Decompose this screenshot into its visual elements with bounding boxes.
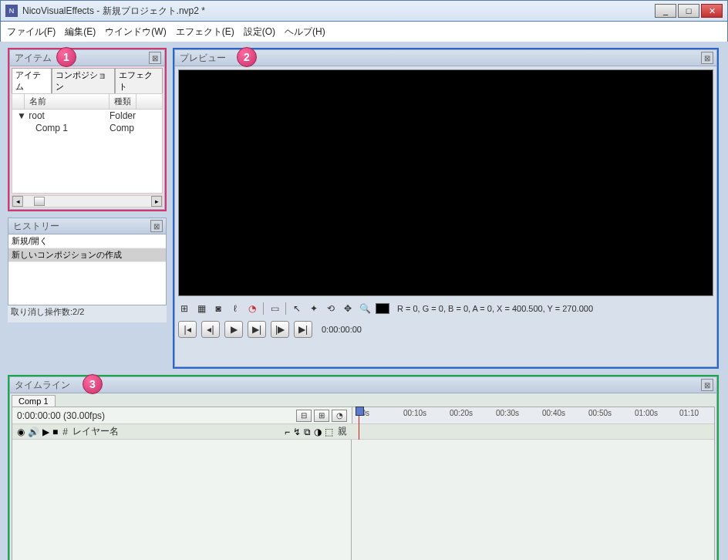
play-range-button[interactable]: ▶| xyxy=(248,321,266,338)
zoom-icon[interactable]: 🔍 xyxy=(359,302,371,315)
lock-icon[interactable]: ■ xyxy=(52,427,58,437)
mask-icon[interactable]: ℓ xyxy=(229,302,241,315)
menu-settings[interactable]: 設定(O) xyxy=(244,25,275,39)
col-layer: レイヤー名 xyxy=(72,425,119,438)
items-tree[interactable]: 名前 種類 ▼ root Folder Comp 1 Comp xyxy=(12,93,163,194)
col-type[interactable]: 種類 xyxy=(110,94,136,109)
motion-icon-1[interactable]: ⧉ xyxy=(304,427,311,437)
timeline-panel-label: タイムライン xyxy=(15,379,70,392)
tree-row[interactable]: ▼ root Folder xyxy=(12,110,162,122)
col-num: # xyxy=(62,427,68,437)
tab-items[interactable]: アイテム xyxy=(12,68,52,94)
fx-icon[interactable]: ↯ xyxy=(293,427,301,437)
badge-2: 2 xyxy=(237,47,257,67)
timeline-panel: タイムライン ⊠ 3 Comp 1 0:00:00:00 (30.00fps) … xyxy=(8,375,719,560)
timeline-panel-close[interactable]: ⊠ xyxy=(701,379,713,391)
timeline-tracks-right[interactable] xyxy=(352,440,714,560)
go-end-button[interactable]: ▶| xyxy=(294,321,312,338)
hand-icon[interactable]: ✦ xyxy=(308,302,320,315)
preview-status: R = 0, G = 0, B = 0, A = 0, X = 400.500,… xyxy=(397,304,593,313)
badge-1: 1 xyxy=(56,47,76,67)
tree-row[interactable]: Comp 1 Comp xyxy=(12,122,162,134)
history-item[interactable]: 新しいコンポジションの作成 xyxy=(8,248,166,262)
step-fwd-button[interactable]: |▶ xyxy=(271,321,289,338)
items-panel-close[interactable]: ⊠ xyxy=(149,52,161,64)
maximize-button[interactable]: □ xyxy=(678,4,699,18)
preview-timecode[interactable]: 0:00:00:00 xyxy=(322,325,362,334)
color-icon[interactable]: ◔ xyxy=(246,302,258,315)
preview-panel-title: プレビュー ⊠ 2 xyxy=(174,49,717,66)
menu-help[interactable]: ヘルプ(H) xyxy=(285,25,325,39)
menu-file[interactable]: ファイル(F) xyxy=(7,25,56,39)
preview-panel: プレビュー ⊠ 2 ⊞ ▦ ◙ ℓ ◔ ▭ ↖ ✦ ⟲ ✥ 🔍 R = 0, G xyxy=(173,48,719,369)
scroll-right-icon[interactable]: ▸ xyxy=(151,196,162,207)
move-icon[interactable]: ✥ xyxy=(342,302,354,315)
history-panel-title: ヒストリー ⊠ xyxy=(8,218,167,234)
items-panel: アイテム ⊠ 1 アイテム コンポジション エフェクト 名前 種類 ▼ root… xyxy=(8,48,167,211)
timeline-ruler[interactable]: 00s 00:10s 00:20s 00:30s 00:40s 00:50s 0… xyxy=(352,407,714,423)
snapshot-icon[interactable]: ◙ xyxy=(212,302,224,315)
menu-window[interactable]: ウインドウ(W) xyxy=(105,25,166,39)
3d-icon[interactable]: ⬚ xyxy=(325,427,333,437)
preview-viewport[interactable] xyxy=(178,69,713,296)
col-name[interactable]: 名前 xyxy=(25,94,110,109)
motion-icon-2[interactable]: ◑ xyxy=(314,427,322,437)
tl-opt1-button[interactable]: ⊟ xyxy=(296,410,312,422)
separator xyxy=(263,302,264,315)
play-button[interactable]: ▶ xyxy=(224,321,243,338)
col-parent: 親 xyxy=(338,425,347,438)
scroll-left-icon[interactable]: ◂ xyxy=(12,196,23,207)
minimize-button[interactable]: _ xyxy=(655,4,676,18)
items-panel-label: アイテム xyxy=(15,52,52,65)
tl-opt3-button[interactable]: ◔ xyxy=(332,410,347,422)
tab-composition[interactable]: コンポジション xyxy=(52,68,116,94)
history-panel-label: ヒストリー xyxy=(13,220,59,233)
speaker-icon[interactable]: 🔊 xyxy=(28,427,39,437)
grid-icon[interactable]: ⊞ xyxy=(178,302,190,315)
app-icon: N xyxy=(5,5,18,17)
safe-zone-icon[interactable]: ▦ xyxy=(195,302,207,315)
preview-toolbar: ⊞ ▦ ◙ ℓ ◔ ▭ ↖ ✦ ⟲ ✥ 🔍 R = 0, G = 0, B = … xyxy=(178,301,713,316)
bg-color-swatch[interactable] xyxy=(376,303,389,314)
expander-icon[interactable]: ▼ xyxy=(17,110,26,121)
solo-icon[interactable]: ▶ xyxy=(42,427,49,437)
items-panel-title: アイテム ⊠ 1 xyxy=(9,49,165,66)
menubar: ファイル(F) 編集(E) ウインドウ(W) エフェクト(E) 設定(O) ヘル… xyxy=(0,22,728,42)
menu-edit[interactable]: 編集(E) xyxy=(65,25,96,39)
timeline-timecode[interactable]: 0:00:00:00 (30.00fps) xyxy=(17,410,105,421)
items-hscroll[interactable]: ◂ ▸ xyxy=(12,195,163,207)
scroll-thumb[interactable] xyxy=(34,197,45,206)
timeline-tracks-left[interactable] xyxy=(12,440,352,560)
history-panel-close[interactable]: ⊠ xyxy=(150,220,163,232)
badge-3: 3 xyxy=(83,374,103,394)
timeline-panel-title: タイムライン ⊠ 3 xyxy=(9,376,717,393)
eye-icon[interactable]: ◉ xyxy=(17,427,25,437)
window-title: NicoVisualEffects - 新規プロジェクト.nvp2 * xyxy=(22,5,655,18)
preview-panel-label: プレビュー xyxy=(180,52,226,65)
close-button[interactable]: ✕ xyxy=(701,4,723,18)
titlebar: N NicoVisualEffects - 新規プロジェクト.nvp2 * _ … xyxy=(0,0,728,22)
tab-effect[interactable]: エフェクト xyxy=(115,68,163,94)
pointer-icon[interactable]: ↖ xyxy=(291,302,303,315)
timeline-tab[interactable]: Comp 1 xyxy=(12,395,56,407)
go-start-button[interactable]: |◂ xyxy=(178,321,197,338)
preview-panel-close[interactable]: ⊠ xyxy=(701,52,713,64)
transport-controls: |◂ ◂| ▶ ▶| |▶ ▶| 0:00:00:00 xyxy=(178,321,713,338)
switch-icon[interactable]: ⌐ xyxy=(285,427,290,437)
tl-opt2-button[interactable]: ⊞ xyxy=(314,410,329,422)
menu-effect[interactable]: エフェクト(E) xyxy=(176,25,234,39)
region-icon[interactable]: ▭ xyxy=(268,302,281,315)
history-item[interactable]: 新規/開く xyxy=(8,234,166,248)
history-footer: 取り消し操作数:2/2 xyxy=(8,305,167,319)
history-panel: ヒストリー ⊠ 新規/開く 新しいコンポジションの作成 取り消し操作数:2/2 xyxy=(8,218,167,322)
step-back-button[interactable]: ◂| xyxy=(201,321,220,338)
separator xyxy=(285,302,286,315)
rotate-icon[interactable]: ⟲ xyxy=(325,302,337,315)
